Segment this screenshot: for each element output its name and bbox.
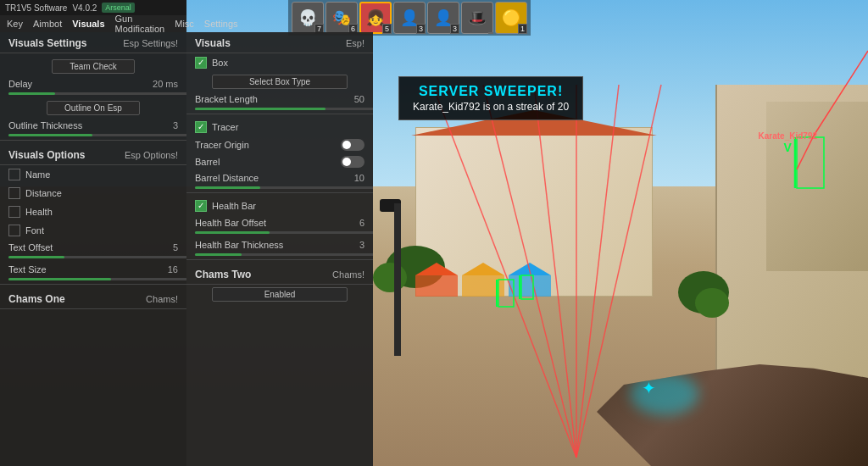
tracer-origin-knob — [342, 141, 351, 149]
tracer-check-icon: ✓ — [198, 123, 204, 131]
text-offset-slider[interactable] — [8, 256, 186, 258]
chams-two-enabled-row: Enabled — [186, 285, 373, 304]
gun-glow — [631, 373, 698, 415]
chams-one-badge: Chams! — [146, 294, 178, 304]
software-version: V4.0.2 — [72, 3, 97, 13]
avatar-count-3: 5 — [382, 24, 392, 34]
health-bar-thickness-fill — [195, 253, 242, 256]
health-checkbox-row: Health — [0, 202, 186, 221]
delay-slider-fill — [8, 92, 55, 95]
text-size-label: Text Size — [8, 264, 47, 275]
tracer-checkbox-row: ✓ Tracer — [186, 118, 373, 136]
font-checkbox[interactable] — [8, 225, 20, 236]
barrel-distance-slider[interactable] — [195, 186, 373, 189]
avatar-6: 🎩 — [461, 2, 493, 34]
name-label: Name — [25, 169, 50, 180]
text-offset-value: 5 — [173, 242, 178, 252]
name-checkbox-row: Name — [0, 165, 186, 184]
avatar-item: 🎭 6 — [326, 2, 358, 34]
software-name: TR1V5 Software — [5, 3, 67, 13]
avatar-item: 🟡 1 — [495, 2, 527, 34]
menu-key[interactable]: Key — [7, 19, 23, 29]
esp-settings-badge: Esp Settings! — [123, 38, 178, 48]
chams-two-header: Chams Two Chams! — [186, 264, 373, 285]
lamp-post — [394, 203, 401, 356]
barrel-distance-row: Barrel Distance 10 — [186, 170, 373, 186]
health-bar-thickness-value: 3 — [359, 240, 364, 250]
team-check-row: Team Check — [0, 57, 186, 76]
chams-one-title: Chams One — [8, 293, 65, 305]
bracket-length-label: Bracket Length — [195, 94, 258, 104]
bracket-length-slider[interactable] — [195, 108, 373, 110]
team-check-button[interactable]: Team Check — [52, 59, 135, 74]
tent-top-1 — [415, 263, 458, 275]
outline-thickness-slider[interactable] — [8, 134, 186, 136]
tracer-checkbox[interactable]: ✓ — [195, 121, 207, 133]
avatar-count-5: 3 — [450, 24, 459, 34]
player-health-letter: V — [759, 141, 817, 154]
health-bar-offset-slider[interactable] — [195, 231, 373, 234]
barrel-distance-value: 10 — [354, 173, 364, 183]
box-checkbox-row: ✓ Box — [186, 53, 373, 72]
tracer-origin-toggle[interactable] — [341, 139, 364, 151]
outline-thickness-value: 3 — [173, 120, 178, 130]
tent-body-1 — [415, 275, 458, 297]
menu-settings[interactable]: Settings — [204, 19, 238, 29]
barrel-toggle[interactable] — [341, 156, 364, 168]
font-label: Font — [25, 225, 44, 236]
box-checkbox[interactable]: ✓ — [195, 57, 207, 69]
outline-thickness-fill — [8, 134, 92, 136]
distance-checkbox[interactable] — [8, 187, 20, 199]
avatar-count-4: 3 — [416, 24, 426, 34]
tent-body-2 — [462, 275, 504, 297]
health-bar-offset-label: Health Bar Offset — [195, 218, 266, 228]
left-panel: Visuals Settings Esp Settings! Team Chec… — [0, 32, 186, 466]
select-box-type-button[interactable]: Select Box Type — [212, 75, 348, 89]
outline-esp-button[interactable]: Outline On Esp — [47, 101, 140, 115]
menu-gun-mod[interactable]: Gun Modification — [115, 14, 165, 34]
visuals-options-header: Visuals Options Esp Options! — [0, 144, 186, 165]
divider-2 — [0, 284, 186, 285]
cyan-decoration: ✦ — [642, 378, 656, 398]
divider-mid-1 — [186, 114, 373, 114]
checkbox-check-icon: ✓ — [198, 58, 204, 67]
chams-one-header: Chams One Chams! — [0, 288, 186, 309]
chams-two-enabled-button[interactable]: Enabled — [212, 287, 348, 302]
font-checkbox-row: Font — [0, 221, 186, 240]
text-offset-fill — [8, 256, 64, 258]
tent-top-2 — [462, 263, 504, 275]
health-bar-thickness-row: Health Bar Thickness 3 — [186, 237, 373, 252]
delay-label: Delay — [8, 79, 32, 89]
visuals-settings-header: Visuals Settings Esp Settings! — [0, 32, 186, 53]
avatar-item: 💀 7 — [292, 2, 324, 34]
gun-overlay — [571, 297, 868, 466]
text-size-slider[interactable] — [8, 278, 186, 280]
health-label: Health — [25, 207, 53, 217]
delay-value: 20 ms — [153, 79, 178, 89]
select-box-type-row: Select Box Type — [186, 72, 373, 92]
box-label: Box — [212, 58, 228, 68]
chams-two-badge: Chams! — [332, 269, 364, 280]
delay-row: Delay 20 ms — [0, 76, 186, 92]
visuals-options-title: Visuals Options — [8, 149, 85, 161]
name-checkbox[interactable] — [8, 169, 20, 180]
barrel-distance-label: Barrel Distance — [195, 173, 259, 183]
distance-checkbox-row: Distance — [0, 184, 186, 202]
text-size-fill — [8, 278, 111, 280]
avatar-count-7: 1 — [518, 24, 527, 34]
health-checkbox[interactable] — [8, 206, 20, 218]
menu-aimbot[interactable]: Aimbot — [33, 19, 62, 29]
text-size-row: Text Size 16 — [0, 262, 186, 277]
menu-misc[interactable]: Misc — [175, 19, 194, 29]
bracket-length-row: Bracket Length 50 — [186, 92, 373, 107]
delay-slider[interactable] — [8, 92, 186, 95]
health-bar-checkbox[interactable]: ✓ — [195, 200, 207, 212]
health-bar-thickness-slider[interactable] — [195, 253, 373, 256]
outline-thickness-row: Outline Thickness 3 — [0, 118, 186, 133]
avatar-count-6 — [488, 32, 493, 34]
bracket-length-fill — [195, 108, 326, 110]
menu-visuals[interactable]: Visuals — [72, 19, 104, 29]
barrel-label: Barrel — [195, 157, 220, 167]
avatar-item: 🎩 — [461, 2, 493, 34]
barrel-distance-fill — [195, 186, 260, 189]
